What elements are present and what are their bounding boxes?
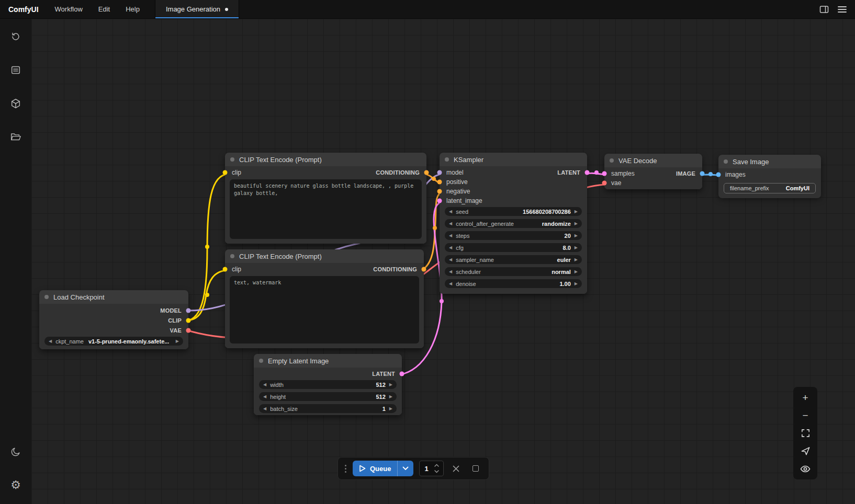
widget-steps[interactable]: ◀ steps 20 ▶	[445, 231, 582, 240]
widget-filename-prefix[interactable]: filename_prefix ComfyUI	[724, 183, 816, 193]
input-port-clip[interactable]	[223, 267, 228, 272]
collapse-dot-icon[interactable]	[230, 157, 234, 162]
toggle-panel-icon[interactable]	[816, 2, 832, 17]
decrement-arrow-icon[interactable]: ◀	[449, 270, 452, 274]
queue-button[interactable]: Queue	[353, 461, 413, 476]
batch-count-stepper[interactable]: 1	[419, 461, 443, 476]
node-title-bar[interactable]: Empty Latent Image	[254, 354, 402, 368]
node-load-checkpoint[interactable]: Load Checkpoint MODEL CLIP VAE ◀ ckpt_na…	[39, 290, 188, 349]
output-port-model[interactable]	[186, 308, 191, 313]
input-port-model[interactable]	[437, 170, 442, 175]
increment-arrow-icon[interactable]: ▶	[575, 258, 578, 262]
node-title-bar[interactable]: KSampler	[440, 153, 587, 166]
toggle-visibility-eye-icon[interactable]	[797, 461, 814, 477]
count-up-icon[interactable]	[433, 463, 441, 468]
output-port-clip[interactable]	[186, 318, 191, 323]
output-port-conditioning[interactable]	[422, 267, 426, 272]
positive-prompt-textarea[interactable]: beautiful scenery nature glass bottle la…	[230, 179, 422, 239]
node-title-bar[interactable]: VAE Decode	[604, 154, 702, 167]
increment-arrow-icon[interactable]: ▶	[389, 383, 392, 387]
increment-arrow-icon[interactable]: ▶	[575, 270, 578, 274]
select-mode-arrow-icon[interactable]	[797, 443, 814, 459]
increment-arrow-icon[interactable]: ▶	[575, 234, 578, 238]
node-title-bar[interactable]: Load Checkpoint	[39, 290, 188, 304]
history-icon[interactable]	[8, 29, 23, 44]
input-port-vae[interactable]	[602, 181, 607, 186]
input-port-images[interactable]	[716, 173, 721, 177]
node-clip-text-encode-negative[interactable]: CLIP Text Encode (Prompt) clip CONDITION…	[225, 249, 424, 348]
decrement-arrow-icon[interactable]: ◀	[449, 234, 452, 238]
batch-count-value[interactable]: 1	[420, 461, 433, 476]
increment-arrow-icon[interactable]: ▶	[176, 339, 179, 343]
decrement-arrow-icon[interactable]: ◀	[263, 395, 266, 399]
node-title-bar[interactable]: Save Image	[718, 155, 821, 168]
increment-arrow-icon[interactable]: ▶	[575, 222, 578, 226]
input-port-clip[interactable]	[223, 170, 228, 175]
widget-denoise[interactable]: ◀ denoise 1.00 ▶	[445, 279, 582, 288]
fit-view-icon[interactable]	[797, 425, 814, 441]
output-port-conditioning[interactable]	[424, 170, 429, 175]
hamburger-menu-icon[interactable]	[834, 2, 850, 17]
increment-arrow-icon[interactable]: ▶	[575, 282, 578, 286]
output-port-latent[interactable]	[585, 170, 590, 175]
widget-scheduler[interactable]: ◀ scheduler normal ▶	[445, 267, 582, 276]
widget-batch-size[interactable]: ◀ batch_size 1 ▶	[259, 404, 397, 413]
output-port-vae[interactable]	[186, 328, 191, 333]
output-port-image[interactable]	[700, 171, 705, 176]
decrement-arrow-icon[interactable]: ◀	[49, 339, 52, 343]
zoom-in-icon[interactable]: +	[797, 390, 814, 406]
widget-control-after-generate[interactable]: ◀ control_after_generate randomize ▶	[445, 219, 582, 228]
stop-icon[interactable]	[469, 462, 482, 475]
decrement-arrow-icon[interactable]: ◀	[449, 210, 452, 214]
decrement-arrow-icon[interactable]: ◀	[263, 383, 266, 387]
collapse-dot-icon[interactable]	[230, 254, 234, 258]
input-port-samples[interactable]	[602, 171, 607, 176]
collapse-dot-icon[interactable]	[445, 157, 449, 162]
node-vae-decode[interactable]: VAE Decode samples IMAGE vae	[604, 154, 702, 189]
collapse-dot-icon[interactable]	[610, 158, 614, 163]
decrement-arrow-icon[interactable]: ◀	[449, 246, 452, 250]
models-cube-icon[interactable]	[8, 96, 23, 111]
input-port-latent-image[interactable]	[437, 199, 442, 203]
node-ksampler[interactable]: KSampler model LATENT positive negative …	[440, 153, 587, 294]
input-port-negative[interactable]	[437, 189, 442, 194]
tab-image-generation[interactable]: Image Generation	[155, 0, 239, 18]
node-title-bar[interactable]: CLIP Text Encode (Prompt)	[225, 153, 426, 166]
menu-edit[interactable]: Edit	[91, 0, 118, 18]
widget-height[interactable]: ◀ height 512 ▶	[259, 392, 397, 401]
decrement-arrow-icon[interactable]: ◀	[449, 258, 452, 262]
node-canvas[interactable]: Load Checkpoint MODEL CLIP VAE ◀ ckpt_na…	[31, 19, 855, 504]
increment-arrow-icon[interactable]: ▶	[389, 407, 392, 411]
increment-arrow-icon[interactable]: ▶	[575, 246, 578, 250]
count-down-icon[interactable]	[433, 469, 441, 474]
negative-prompt-textarea[interactable]: text, watermark	[230, 276, 419, 343]
clear-queue-x-icon[interactable]	[449, 462, 463, 475]
decrement-arrow-icon[interactable]: ◀	[449, 282, 452, 286]
queue-list-icon[interactable]	[8, 63, 23, 77]
node-save-image[interactable]: Save Image images filename_prefix ComfyU…	[718, 155, 821, 197]
queue-options-chevron-icon[interactable]	[398, 461, 413, 476]
collapse-dot-icon[interactable]	[724, 159, 728, 164]
menu-workflow[interactable]: Workflow	[47, 0, 91, 18]
zoom-out-icon[interactable]: −	[797, 407, 814, 423]
workflows-folder-icon[interactable]	[8, 130, 23, 144]
theme-moon-icon[interactable]	[8, 444, 23, 459]
increment-arrow-icon[interactable]: ▶	[575, 210, 578, 214]
widget-ckpt-name[interactable]: ◀ ckpt_name v1-5-pruned-emaonly.safete..…	[44, 337, 183, 346]
settings-gear-icon[interactable]: ⚙	[8, 478, 23, 492]
node-empty-latent-image[interactable]: Empty Latent Image LATENT ◀ width 512 ▶ …	[254, 354, 402, 415]
increment-arrow-icon[interactable]: ▶	[389, 395, 392, 399]
drag-handle-icon[interactable]	[344, 465, 347, 473]
output-port-latent[interactable]	[400, 372, 404, 376]
node-title-bar[interactable]: CLIP Text Encode (Prompt)	[225, 249, 424, 263]
widget-seed[interactable]: ◀ seed 156680208700286 ▶	[445, 207, 582, 216]
collapse-dot-icon[interactable]	[44, 295, 49, 299]
widget-cfg[interactable]: ◀ cfg 8.0 ▶	[445, 243, 582, 252]
menu-help[interactable]: Help	[118, 0, 148, 18]
collapse-dot-icon[interactable]	[259, 359, 263, 363]
input-port-positive[interactable]	[437, 180, 442, 185]
decrement-arrow-icon[interactable]: ◀	[449, 222, 452, 226]
node-clip-text-encode-positive[interactable]: CLIP Text Encode (Prompt) clip CONDITION…	[225, 153, 426, 244]
widget-width[interactable]: ◀ width 512 ▶	[259, 380, 397, 389]
widget-sampler-name[interactable]: ◀ sampler_name euler ▶	[445, 255, 582, 264]
